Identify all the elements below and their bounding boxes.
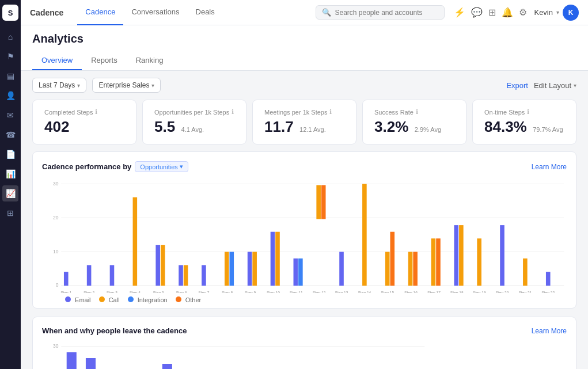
svg-rect-36: [316, 185, 321, 219]
svg-rect-41: [362, 184, 367, 286]
svg-text:Step 7: Step 7: [198, 291, 209, 293]
svg-rect-44: [390, 232, 394, 286]
svg-rect-74: [86, 358, 96, 369]
legend-other: Other: [176, 296, 202, 303]
topnav-conversations[interactable]: Conversations: [123, 0, 187, 25]
message-icon[interactable]: 💬: [471, 7, 483, 18]
metric-label-success: Success Rate ℹ: [374, 108, 454, 116]
edit-layout-label: Edit Layout: [534, 81, 571, 90]
svg-rect-59: [523, 258, 528, 286]
metrics-row: Completed Steps ℹ 402 Opportunities per …: [21, 100, 588, 151]
chart1-header: Cadence performance by Opportunities ▾ L…: [42, 161, 567, 172]
svg-text:Step 3: Step 3: [107, 291, 117, 293]
svg-text:30: 30: [53, 180, 58, 187]
svg-text:Step 9: Step 9: [245, 291, 256, 293]
search-box[interactable]: 🔍: [316, 5, 445, 20]
svg-text:Step 14: Step 14: [358, 291, 371, 293]
tab-overview[interactable]: Overview: [32, 51, 82, 70]
present-icon[interactable]: 📊: [2, 166, 18, 182]
export-button[interactable]: Export: [506, 81, 528, 90]
chart2-title: When and why people leave the cadence: [42, 326, 187, 335]
chart1-legend: Email Call Integration Other: [42, 296, 567, 303]
page-title: Analytics: [32, 32, 576, 45]
svg-rect-24: [225, 252, 229, 286]
grid-icon[interactable]: ⊞: [488, 7, 496, 18]
people-icon[interactable]: 👤: [2, 88, 18, 104]
svg-rect-19: [179, 265, 183, 286]
date-range-filter[interactable]: Last 7 Days ▾: [32, 78, 86, 93]
doc-icon[interactable]: 📄: [2, 146, 18, 162]
edit-chevron-icon: ▾: [574, 82, 576, 89]
svg-rect-27: [248, 252, 252, 286]
svg-rect-8: [64, 272, 69, 286]
apps-icon[interactable]: ⊞: [2, 205, 18, 221]
svg-rect-55: [477, 238, 481, 286]
mail-icon[interactable]: ✉: [2, 107, 18, 123]
info-icon-meetings[interactable]: ℹ: [329, 108, 332, 116]
svg-text:Step 10: Step 10: [267, 291, 280, 293]
svg-rect-70: [67, 352, 77, 369]
svg-text:Step 6: Step 6: [176, 291, 187, 293]
phone-icon[interactable]: ☎: [2, 127, 18, 143]
topnav-deals[interactable]: Deals: [188, 0, 223, 25]
svg-rect-34: [298, 258, 303, 286]
svg-text:20: 20: [53, 214, 58, 220]
svg-text:Step 17: Step 17: [427, 291, 441, 293]
legend-integration: Integration: [128, 296, 168, 303]
flag-icon[interactable]: ⚑: [2, 48, 18, 64]
main-content: Cadence Cadence Conversations Deals 🔍 ⚡ …: [21, 0, 588, 369]
bell-icon[interactable]: 🔔: [502, 7, 513, 18]
topnav-action-icons: ⚡ 💬 ⊞ 🔔 ⚙: [454, 7, 527, 18]
chart1-filter-button[interactable]: Opportunities ▾: [135, 161, 188, 172]
home-icon[interactable]: ⌂: [2, 29, 18, 45]
segment-label: Enterprise Sales: [98, 81, 149, 89]
performance-chart: 30 20 10 0 Step 1 Step 2: [42, 178, 567, 293]
svg-rect-12: [110, 265, 115, 286]
chart2-learn-more[interactable]: Learn More: [532, 327, 567, 335]
tab-reports[interactable]: Reports: [82, 51, 127, 70]
date-chevron-icon: ▾: [77, 82, 80, 89]
info-icon-ontime[interactable]: ℹ: [527, 108, 529, 116]
svg-rect-14: [133, 197, 138, 286]
svg-rect-30: [271, 232, 275, 286]
svg-text:Step 8: Step 8: [222, 291, 233, 293]
info-icon-completed[interactable]: ℹ: [95, 108, 97, 116]
svg-text:Step 2: Step 2: [84, 291, 94, 293]
metric-value-ontime: 84.3% 79.7% Avg: [484, 118, 564, 136]
bolt-icon[interactable]: ⚡: [454, 7, 465, 18]
svg-text:10: 10: [53, 248, 58, 254]
metric-label-completed: Completed Steps ℹ: [44, 108, 124, 116]
svg-rect-10: [87, 265, 92, 286]
svg-rect-90: [162, 364, 172, 369]
gear-icon[interactable]: ⚙: [519, 7, 527, 18]
svg-text:Step 12: Step 12: [313, 291, 326, 293]
segment-filter[interactable]: Enterprise Sales ▾: [92, 78, 161, 93]
svg-rect-43: [385, 252, 390, 286]
edit-layout-button[interactable]: Edit Layout ▾: [534, 81, 576, 90]
svg-text:Step 20: Step 20: [496, 291, 509, 293]
svg-rect-33: [294, 258, 298, 286]
svg-text:Step 21: Step 21: [518, 291, 532, 293]
svg-rect-50: [436, 238, 441, 286]
info-icon-success[interactable]: ℹ: [416, 108, 418, 116]
chart1-learn-more[interactable]: Learn More: [532, 163, 567, 171]
svg-rect-47: [413, 252, 418, 286]
user-menu[interactable]: Kevin ▾ K: [534, 5, 579, 21]
analytics-icon[interactable]: 📈: [2, 185, 18, 201]
svg-text:Step 5: Step 5: [153, 291, 164, 293]
chart-icon[interactable]: ▤: [2, 68, 18, 84]
sidebar: S ⌂ ⚑ ▤ 👤 ✉ ☎ 📄 📊 📈 ⊞: [0, 0, 21, 369]
tab-ranking[interactable]: Ranking: [127, 51, 173, 70]
page-tabs: Overview Reports Ranking: [32, 51, 576, 70]
info-icon-opps[interactable]: ℹ: [232, 108, 234, 116]
svg-text:Step 16: Step 16: [404, 291, 418, 293]
svg-text:0: 0: [56, 282, 59, 288]
metric-success-rate: Success Rate ℹ 3.2% 2.9% Avg: [362, 100, 466, 144]
svg-text:Step 13: Step 13: [335, 291, 348, 293]
chart2-header: When and why people leave the cadence Le…: [42, 326, 567, 335]
metric-completed-steps: Completed Steps ℹ 402: [32, 100, 136, 144]
topnav-cadence[interactable]: Cadence: [77, 0, 123, 25]
search-input[interactable]: [335, 9, 438, 17]
metric-meetings-per-steps: Meetings per 1k Steps ℹ 11.7 12.1 Avg.: [252, 100, 356, 144]
filter-chevron-icon: ▾: [180, 163, 183, 170]
